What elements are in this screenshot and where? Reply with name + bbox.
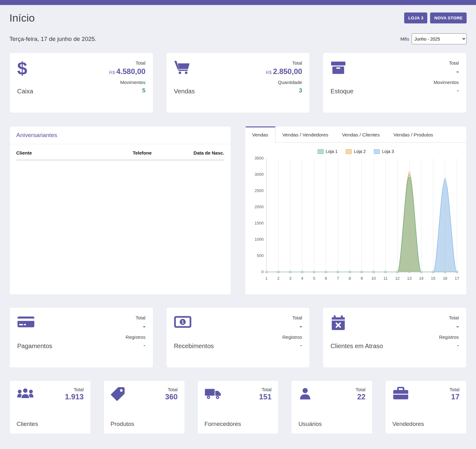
legend-item[interactable]: Loja 2 — [346, 149, 366, 154]
users-icon — [17, 387, 34, 401]
sales-area-chart: 0500100015002000250030003500123456789101… — [251, 155, 461, 283]
total-label: Total — [356, 387, 366, 392]
dashboard-page: Início LOJA 3 NOVA STORE Terça-feira, 17… — [0, 12, 476, 449]
store-button-nova-store[interactable]: NOVA STORE — [430, 12, 467, 23]
tab-vendas-produtos[interactable]: Vendas / Produtos — [387, 126, 440, 143]
page-title: Início — [9, 12, 35, 24]
middle-panels: Aniversariantes Cliente Telefone Data de… — [9, 126, 467, 295]
svg-text:12: 12 — [395, 276, 399, 281]
chart-area: Loja 1Loja 2Loja 3 050010001500200025003… — [245, 143, 466, 284]
clientes-card: Total 1.913 Clientes — [9, 380, 91, 434]
total-value: R$4.580,00 — [109, 67, 146, 76]
svg-text:1500: 1500 — [255, 221, 264, 225]
svg-text:1: 1 — [181, 319, 184, 324]
total-value: R$2.850,00 — [266, 67, 302, 76]
tag-icon — [111, 387, 125, 402]
caixa-card: $ Caixa Total R$4.580,00 Movimentos 5 — [9, 52, 153, 113]
sub-value: 5 — [109, 87, 146, 94]
sub-value: - — [439, 342, 459, 349]
legend-label: Loja 2 — [354, 149, 366, 154]
vendedores-card: Total 17 Vendedores — [385, 380, 467, 434]
card-title: Clientes — [17, 421, 84, 427]
clientes-em-atraso-card: Clientes em Atraso Total - Registros - — [323, 307, 467, 368]
svg-text:3000: 3000 — [255, 172, 264, 177]
vendas-card: Vendas Total R$2.850,00 Quantidade 3 — [166, 52, 310, 113]
tab-vendas[interactable]: Vendas — [245, 126, 275, 143]
card-title: Vendas — [174, 88, 195, 95]
bottom-cards-row: Total 1.913 Clientes Total 360 Pr — [9, 380, 467, 434]
legend-swatch — [318, 149, 324, 154]
total-value: 22 — [357, 392, 365, 401]
recebimentos-card: 1 Recebimentos Total - Registros - — [166, 307, 310, 368]
svg-text:15: 15 — [431, 276, 435, 281]
month-select[interactable]: Junho - 2025 — [412, 33, 467, 44]
legend-label: Loja 1 — [326, 149, 338, 154]
svg-text:1: 1 — [265, 276, 267, 281]
total-label: Total — [434, 60, 459, 66]
chart-legend: Loja 1Loja 2Loja 3 — [251, 145, 461, 155]
birthdays-title: Aniversariantes — [10, 126, 231, 144]
svg-text:3500: 3500 — [255, 156, 264, 160]
legend-swatch — [374, 149, 380, 154]
total-label: Total — [109, 60, 146, 66]
total-label: Total — [126, 315, 145, 320]
chart-tabs: Vendas Vendas / Vendedores Vendas / Clie… — [245, 126, 466, 143]
briefcase-icon — [392, 387, 409, 402]
sub-label: Movimentos — [109, 80, 146, 85]
svg-text:11: 11 — [384, 276, 388, 281]
truck-icon — [205, 387, 221, 401]
birthdays-table: Cliente Telefone Data de Nasc. — [16, 146, 224, 160]
svg-text:0: 0 — [261, 269, 264, 274]
total-value: 1.913 — [65, 392, 84, 401]
pagamentos-card: Pagamentos Total - Registros - — [9, 307, 153, 368]
total-label: Total — [449, 387, 459, 392]
header-buttons: LOJA 3 NOVA STORE — [404, 12, 467, 23]
estoque-card: Estoque Total - Movimentos - — [323, 52, 467, 113]
column-telefone: Telefone — [133, 146, 179, 160]
sub-label: Registros — [439, 334, 459, 340]
svg-text:13: 13 — [407, 276, 411, 281]
sub-label: Movimentos — [434, 80, 459, 85]
store-button-loja3[interactable]: LOJA 3 — [404, 12, 428, 23]
total-label: Total — [168, 387, 178, 392]
card-title: Vendedores — [392, 421, 459, 427]
card-title: Produtos — [111, 421, 178, 427]
total-value: - — [434, 67, 459, 76]
svg-text:8: 8 — [349, 276, 351, 281]
total-value: 17 — [451, 392, 459, 401]
card-title: Caixa — [17, 88, 33, 95]
svg-text:1000: 1000 — [255, 237, 264, 242]
sub-value: - — [434, 87, 459, 94]
legend-item[interactable]: Loja 3 — [374, 149, 394, 154]
sales-chart-panel: Vendas Vendas / Vendedores Vendas / Clie… — [245, 126, 467, 295]
page-header: Início LOJA 3 NOVA STORE — [9, 12, 467, 24]
box-icon — [330, 60, 353, 79]
legend-label: Loja 3 — [382, 149, 394, 154]
total-value: - — [282, 322, 302, 331]
total-value: - — [439, 322, 459, 331]
summary-cards-row: $ Caixa Total R$4.580,00 Movimentos 5 — [9, 52, 467, 113]
card-title: Estoque — [330, 88, 353, 95]
sub-value: - — [282, 342, 302, 349]
legend-item[interactable]: Loja 1 — [318, 149, 338, 154]
column-data-nasc: Data de Nasc. — [178, 146, 224, 160]
svg-text:2500: 2500 — [255, 188, 264, 193]
svg-text:17: 17 — [455, 276, 459, 281]
total-value: - — [126, 322, 145, 331]
currency-label: R$ — [109, 70, 115, 75]
tab-vendas-vendedores[interactable]: Vendas / Vendedores — [275, 126, 335, 143]
svg-text:500: 500 — [257, 253, 264, 258]
card-title: Usuários — [298, 421, 365, 427]
legend-swatch — [346, 149, 352, 154]
total-label: Total — [262, 387, 272, 392]
svg-text:6: 6 — [325, 276, 327, 281]
credit-card-icon — [17, 315, 52, 334]
tab-vendas-clientes[interactable]: Vendas / Clientes — [335, 126, 387, 143]
user-icon — [298, 387, 312, 402]
sub-label: Registros — [282, 334, 302, 340]
fornecedores-card: Total 151 Fornecedores — [197, 380, 279, 434]
sub-header: Terça-feira, 17 de junho de 2025. Mês Ju… — [9, 33, 467, 44]
birthdays-panel: Aniversariantes Cliente Telefone Data de… — [9, 126, 231, 295]
card-title: Pagamentos — [17, 343, 52, 350]
total-label: Total — [282, 315, 302, 320]
